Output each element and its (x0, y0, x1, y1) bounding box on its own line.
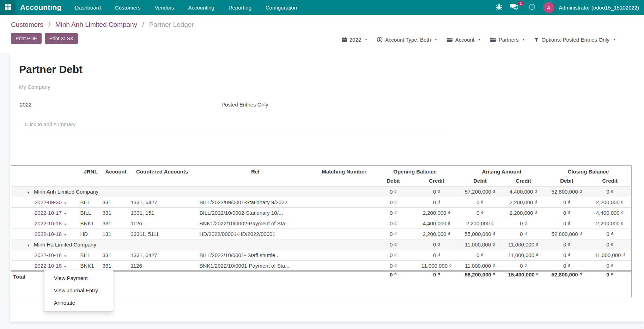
breadcrumb-customers[interactable]: Customers (11, 21, 43, 28)
countered-accounts-cell: 1331, 6427 (130, 250, 194, 261)
total-amount: 68,200,000 ₫ (458, 271, 502, 297)
apps-grid-icon (5, 4, 11, 12)
user-menu[interactable]: Administrator (odoo15_15102022) (559, 5, 639, 11)
header-debit: Debit (372, 178, 415, 187)
amount-cell: 11,000,000 ₫ (589, 250, 632, 261)
amount-cell: 11,000,000 ₫ (502, 250, 545, 261)
nav-item-customers[interactable]: Customers (115, 5, 141, 11)
entry-date-dropdown[interactable]: 2022-10-18▼ (35, 231, 67, 237)
matching-number-cell (317, 218, 372, 229)
amount-cell: 0 ₫ (415, 197, 458, 208)
entry-date-dropdown[interactable]: 2022-10-18▼ (35, 263, 67, 269)
nav-item-reporting[interactable]: Reporting (229, 5, 251, 11)
amount-cell: 0 ₫ (545, 261, 589, 271)
navbar-right: 1 A Administrator (odoo15_15102022) (496, 2, 644, 13)
chevron-down-icon: ▼ (613, 38, 616, 41)
header-countered: Countered Accounts (130, 166, 194, 178)
entry-date-dropdown[interactable]: 2022-10-18▼ (35, 220, 67, 226)
account-cell: 131 (102, 229, 130, 239)
amount-cell: 0 ₫ (545, 250, 589, 261)
company-name: My Company (19, 84, 50, 90)
entry-date-dropdown[interactable]: 2022-09-30▼ (35, 199, 67, 205)
collapse-toggle-icon[interactable]: ▼ (27, 244, 30, 247)
nav-item-vendors[interactable]: Vendors (154, 5, 174, 11)
amount-cell: 0 ₫ (545, 218, 589, 229)
matching-number-cell (317, 208, 372, 218)
amount-cell: 0 ₫ (458, 208, 502, 218)
report-period: 2022 (20, 102, 31, 108)
countered-accounts-cell: 33311, 5111 (130, 229, 194, 239)
entry-date-dropdown[interactable]: 2022-10-17▼ (35, 210, 67, 216)
print-xlsx-button[interactable]: Print XLSX (45, 33, 78, 44)
matching-number-cell (317, 250, 372, 261)
amount-cell: 0 ₫ (502, 261, 545, 271)
header-arising-amount: Arising Amount (458, 166, 545, 178)
main-menu: DashboardCustomersVendorsAccountingRepor… (75, 5, 297, 11)
nav-item-configuration[interactable]: Configuration (266, 5, 297, 11)
amount-cell: 0 ₫ (372, 218, 415, 229)
breadcrumb-separator: / (142, 21, 144, 28)
collapse-toggle-icon[interactable]: ▼ (27, 191, 30, 194)
amount-cell: 2,200,000 ₫ (415, 229, 458, 239)
nav-item-dashboard[interactable]: Dashboard (75, 5, 101, 11)
chevron-down-icon: ▼ (64, 212, 67, 215)
menu-item-annotate[interactable]: Annotate (44, 297, 113, 309)
avatar[interactable]: A (543, 2, 554, 13)
chevron-down-icon: ▼ (64, 255, 67, 258)
breadcrumb-partner[interactable]: Minh Anh Limited Company (55, 21, 137, 28)
ledger-entry-row: 2022-10-18▼BILL3311331, 6427BILL/2022/10… (11, 250, 632, 261)
amount-cell: 0 ₫ (502, 229, 545, 239)
header-jrnl: JRNL (80, 166, 102, 178)
chevron-down-icon: ▼ (64, 223, 67, 226)
breadcrumb-separator: / (48, 21, 50, 28)
breadcrumb-current: Partner Ledger (149, 21, 194, 28)
chevron-down-icon: ▼ (435, 38, 437, 41)
filter-bar: 2022▼Account Type: Both▼Account▼Partners… (342, 37, 616, 43)
amount-cell: 0 ₫ (372, 229, 415, 239)
amount-cell: 2,200,000 ₫ (589, 197, 632, 208)
nav-item-accounting[interactable]: Accounting (188, 5, 214, 11)
header-credit: Credit (502, 178, 545, 187)
amount-cell: 4,400,000 ₫ (415, 218, 458, 229)
amount-cell: 2,200,000 ₫ (589, 218, 632, 229)
print-pdf-button[interactable]: Print PDF (11, 33, 42, 44)
activity-clock-icon[interactable] (528, 3, 536, 12)
amount-cell: 57,200,000 ₫ (458, 187, 502, 197)
chevron-down-icon: ▼ (64, 202, 67, 205)
header-blank (11, 178, 372, 187)
filter-2022[interactable]: 2022▼ (342, 37, 367, 43)
countered-accounts-cell: 1331, 151 (130, 208, 194, 218)
entry-date-dropdown[interactable]: 2022-10-18▼ (35, 252, 67, 258)
amount-cell: 0 ₫ (372, 208, 415, 218)
filter-partners[interactable]: Partners▼ (490, 37, 525, 43)
jrnl-cell: BILL (80, 250, 102, 261)
messages-icon[interactable]: 1 (510, 3, 519, 12)
folder-icon (446, 37, 453, 42)
amount-cell: 2,200,000 ₫ (502, 197, 545, 208)
apps-menu-button[interactable] (0, 0, 16, 15)
partner-name: Minh Anh Limited Company (34, 189, 98, 195)
chevron-down-icon: ▼ (365, 38, 367, 41)
header-credit: Credit (589, 178, 632, 187)
filter-options[interactable]: Options: Posted Entries Only▼ (534, 37, 616, 43)
amount-cell: 0 ₫ (372, 187, 415, 197)
amount-cell: 0 ₫ (545, 208, 589, 218)
summary-placeholder[interactable]: Click to add summary (25, 121, 446, 132)
bug-icon[interactable] (496, 4, 503, 12)
matching-number-cell (317, 229, 372, 239)
calendar-icon (342, 37, 347, 43)
jrnl-cell: BILL (80, 208, 102, 218)
ledger-table-body: ▼Minh Anh Limited Company0 ₫0 ₫57,200,00… (11, 187, 632, 271)
filter-account-type[interactable]: Account Type: Both▼ (377, 37, 437, 43)
filter-account[interactable]: Account▼ (446, 37, 481, 43)
report-options: Posted Entries Only (221, 102, 268, 108)
top-navbar: Accounting DashboardCustomersVendorsAcco… (0, 0, 644, 15)
chevron-down-icon: ▼ (478, 38, 481, 41)
header-closing-balance: Closing Balance (545, 166, 632, 178)
menu-item-view-journal-entry[interactable]: View Journal Entry (44, 284, 113, 297)
chevron-down-icon: ▼ (64, 265, 67, 268)
menu-item-view-payment[interactable]: View Payment (44, 272, 113, 284)
amount-cell: 2,200,000 ₫ (458, 218, 502, 229)
account-cell: 331 (102, 218, 130, 229)
amount-cell: 52,800,000 ₫ (545, 229, 589, 239)
